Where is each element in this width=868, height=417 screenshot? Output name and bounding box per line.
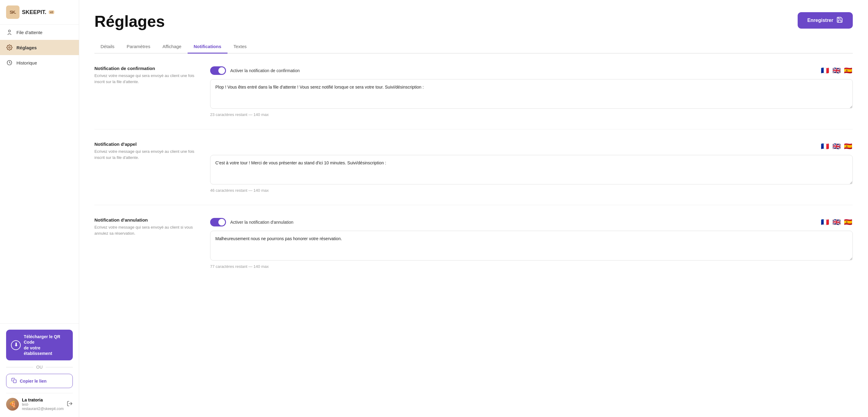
- gear-icon: [6, 44, 13, 51]
- textarea-confirmation[interactable]: Plop ! Vous êtes entré dans la file d'at…: [210, 79, 853, 109]
- flag-es-annulation[interactable]: 🇪🇸: [843, 217, 853, 227]
- flag-group-appel: 🇫🇷 🇬🇧 🇪🇸: [820, 141, 853, 151]
- flag-gb-appel[interactable]: 🇬🇧: [832, 141, 841, 151]
- flag-es-appel[interactable]: 🇪🇸: [843, 141, 853, 151]
- char-count-confirmation: 23 caractères restant — 140 max: [210, 112, 853, 117]
- copy-link-button[interactable]: Copier le lien: [6, 374, 73, 388]
- clipboard-icon: [11, 378, 17, 384]
- nav-label-reglages: Réglages: [17, 45, 37, 50]
- sidebar-bottom: ⬇ Télécharger le QR Code de votre établi…: [0, 323, 79, 417]
- notif-toggle-row-confirmation: Activer la notification de confirmation …: [210, 66, 853, 75]
- notif-title-appel: Notification d'appel: [94, 141, 198, 147]
- download-icon: ⬇: [11, 340, 21, 350]
- char-count-annulation: 77 caractères restant — 140 max: [210, 264, 853, 269]
- flag-fr-appel[interactable]: 🇫🇷: [820, 141, 830, 151]
- textarea-annulation[interactable]: Malheureusement nous ne pourrons pas hon…: [210, 231, 853, 260]
- tab-parametres[interactable]: Paramètres: [121, 40, 157, 54]
- textarea-appel[interactable]: C'est à votre tour ! Merci de vous prése…: [210, 155, 853, 185]
- toggle-confirmation[interactable]: [210, 66, 226, 75]
- logo-version: v2: [49, 10, 54, 14]
- notif-toggle-row-annulation: Activer la notification d'annulation 🇫🇷 …: [210, 217, 853, 227]
- main-content: Réglages Enregistrer Détails Paramètres …: [79, 0, 868, 417]
- sidebar: SK. SKEEPIT. v2 File d'attente Réglages …: [0, 0, 79, 417]
- logo-name: SKEEPIT.: [22, 9, 46, 15]
- notif-title-annulation: Notification d'annulation: [94, 217, 198, 223]
- notif-desc-annulation: Ecrivez votre message qui sera envoyé au…: [94, 224, 198, 236]
- tab-textes[interactable]: Textes: [227, 40, 253, 54]
- toggle-label-confirmation: Activer la notification de confirmation: [230, 68, 300, 73]
- clock-icon: [6, 59, 13, 66]
- save-button[interactable]: Enregistrer: [798, 12, 853, 29]
- page-header: Réglages Enregistrer: [94, 12, 853, 30]
- flag-group-confirmation: 🇫🇷 🇬🇧 🇪🇸: [820, 66, 853, 75]
- sidebar-item-historique[interactable]: Historique: [0, 55, 79, 70]
- toggle-label-annulation: Activer la notification d'annulation: [230, 220, 293, 225]
- logout-icon[interactable]: [67, 400, 73, 408]
- notif-title-confirmation: Notification de confirmation: [94, 66, 198, 71]
- notif-right-appel: 🇫🇷 🇬🇧 🇪🇸 C'est à votre tour ! Merci de v…: [210, 141, 853, 193]
- tabs: Détails Paramètres Affichage Notificatio…: [94, 40, 853, 54]
- notif-desc-appel: Ecrivez votre message qui sera envoyé au…: [94, 149, 198, 160]
- logo-abbr: SK.: [6, 5, 20, 19]
- flag-group-annulation: 🇫🇷 🇬🇧 🇪🇸: [820, 217, 853, 227]
- notif-toggle-row-appel: 🇫🇷 🇬🇧 🇪🇸: [210, 141, 853, 151]
- svg-rect-3: [13, 380, 17, 383]
- page-title: Réglages: [94, 12, 165, 30]
- flag-gb-confirmation[interactable]: 🇬🇧: [832, 66, 841, 75]
- flag-gb-annulation[interactable]: 🇬🇧: [832, 217, 841, 227]
- person-icon: [6, 29, 13, 36]
- notification-section-confirmation: Notification de confirmation Ecrivez vot…: [94, 66, 853, 129]
- notif-left-appel: Notification d'appel Ecrivez votre messa…: [94, 141, 198, 160]
- save-icon: [836, 17, 843, 24]
- copy-link-label: Copier le lien: [20, 379, 46, 384]
- sidebar-item-reglages[interactable]: Réglages: [0, 40, 79, 55]
- avatar: 🍕: [6, 398, 19, 411]
- ou-divider: OU: [6, 365, 73, 370]
- notification-section-annulation: Notification d'annulation Ecrivez votre …: [94, 217, 853, 281]
- download-btn-line2: de votre établissement: [24, 345, 68, 356]
- notif-left-annulation: Notification d'annulation Ecrivez votre …: [94, 217, 198, 236]
- svg-point-1: [9, 47, 10, 49]
- user-email: test-restaurant2@skeepit.com: [22, 403, 64, 411]
- user-name: La tratoria: [22, 397, 64, 403]
- save-label: Enregistrer: [807, 18, 833, 23]
- toggle-annulation[interactable]: [210, 218, 226, 226]
- logo-area: SK. SKEEPIT. v2: [0, 0, 79, 25]
- download-btn-line1: Télécharger le QR Code: [24, 334, 68, 345]
- notif-right-annulation: Activer la notification d'annulation 🇫🇷 …: [210, 217, 853, 268]
- user-details: La tratoria test-restaurant2@skeepit.com: [22, 397, 64, 411]
- sidebar-item-file-attente[interactable]: File d'attente: [0, 25, 79, 40]
- nav-label-file-attente: File d'attente: [17, 30, 42, 35]
- notif-right-confirmation: Activer la notification de confirmation …: [210, 66, 853, 117]
- svg-point-0: [8, 30, 11, 32]
- flag-es-confirmation[interactable]: 🇪🇸: [843, 66, 853, 75]
- notif-desc-confirmation: Ecrivez votre message qui sera envoyé au…: [94, 73, 198, 85]
- toggle-left-confirmation: Activer la notification de confirmation: [210, 66, 300, 75]
- tab-details[interactable]: Détails: [94, 40, 121, 54]
- flag-fr-annulation[interactable]: 🇫🇷: [820, 217, 830, 227]
- tab-notifications[interactable]: Notifications: [188, 40, 227, 54]
- download-qr-button[interactable]: ⬇ Télécharger le QR Code de votre établi…: [6, 330, 73, 360]
- notif-left-confirmation: Notification de confirmation Ecrivez vot…: [94, 66, 198, 85]
- notification-section-appel: Notification d'appel Ecrivez votre messa…: [94, 141, 853, 205]
- flag-fr-confirmation[interactable]: 🇫🇷: [820, 66, 830, 75]
- toggle-left-annulation: Activer la notification d'annulation: [210, 218, 293, 226]
- char-count-appel: 46 caractères restant — 140 max: [210, 188, 853, 193]
- tab-affichage[interactable]: Affichage: [156, 40, 187, 54]
- nav-label-historique: Historique: [17, 60, 37, 65]
- user-info: 🍕 La tratoria test-restaurant2@skeepit.c…: [6, 393, 73, 411]
